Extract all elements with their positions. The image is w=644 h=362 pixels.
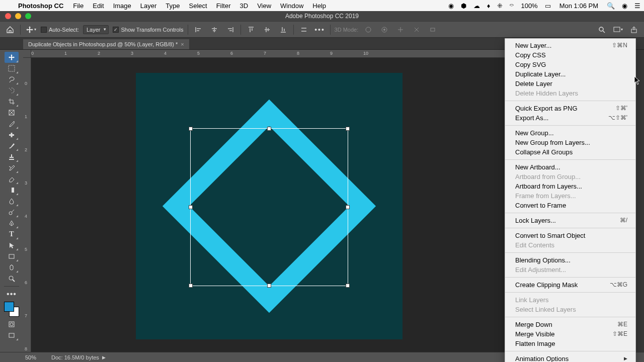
window-maximize[interactable] <box>25 13 31 19</box>
type-tool[interactable]: T <box>5 229 19 240</box>
shape-tool[interactable] <box>5 251 19 262</box>
ctx-flatten[interactable]: Flatten Image <box>505 339 635 348</box>
transform-handle-bm[interactable] <box>267 284 271 288</box>
ctx-copy-svg[interactable]: Copy SVG <box>505 60 635 69</box>
distribute-icon[interactable] <box>298 24 310 36</box>
panel-dock-collapsed[interactable] <box>636 50 644 352</box>
ctx-duplicate-layer[interactable]: Duplicate Layer... <box>505 69 635 79</box>
menu-window[interactable]: Window <box>276 2 308 10</box>
transform-handle-ml[interactable] <box>189 205 193 209</box>
dodge-tool[interactable] <box>5 207 19 218</box>
dropbox-icon[interactable]: ⬢ <box>457 2 470 10</box>
ctx-convert-frame[interactable]: Convert to Frame <box>505 201 635 210</box>
ctx-quick-export[interactable]: Quick Export as PNG⇧⌘' <box>505 104 635 113</box>
healing-tool[interactable] <box>5 129 19 140</box>
stamp-tool[interactable] <box>5 151 19 162</box>
document-tab[interactable]: Duplicate Objects in Photoshop.psd @ 50%… <box>23 39 189 49</box>
ctx-merge-visible[interactable]: Merge Visible⇧⌘E <box>505 329 635 339</box>
brush-tool[interactable] <box>5 140 19 151</box>
marquee-tool[interactable] <box>5 63 19 74</box>
eyedropper-tool[interactable] <box>5 118 19 129</box>
ctx-new-layer[interactable]: New Layer...⇧⌘N <box>505 41 635 50</box>
color-swatches[interactable] <box>4 302 19 317</box>
hand-tool[interactable] <box>5 262 19 273</box>
menu-3d[interactable]: 3D <box>235 2 253 10</box>
move-tool-icon[interactable]: ▾ <box>25 24 37 36</box>
ctx-new-group-layers[interactable]: New Group from Layers... <box>505 138 635 147</box>
ctx-merge-down[interactable]: Merge Down⌘E <box>505 320 635 329</box>
menu-type[interactable]: Type <box>161 2 184 10</box>
blur-tool[interactable] <box>5 196 19 207</box>
screen-mode-icon[interactable]: ▾ <box>612 24 624 36</box>
close-tab-icon[interactable]: × <box>181 41 184 47</box>
menu-help[interactable]: Help <box>308 2 331 10</box>
search-icon[interactable] <box>596 24 608 36</box>
battery-label[interactable]: 100% <box>517 2 541 10</box>
screenmode-tool[interactable] <box>5 330 19 341</box>
crop-tool[interactable] <box>5 96 19 107</box>
battery-icon[interactable]: ▭ <box>541 2 554 10</box>
gradient-tool[interactable] <box>5 185 19 196</box>
lasso-tool[interactable] <box>5 74 19 85</box>
ctx-artboard-layers[interactable]: Artboard from Layers... <box>505 182 635 191</box>
menu-view[interactable]: View <box>253 2 276 10</box>
move-tool[interactable] <box>5 52 19 63</box>
align-left-icon[interactable] <box>192 24 204 36</box>
eraser-tool[interactable] <box>5 173 19 185</box>
pen-tool[interactable] <box>5 218 19 229</box>
edit-toolbar-icon[interactable]: ••• <box>5 289 19 300</box>
transform-handle-tl[interactable] <box>189 127 193 131</box>
menu-edit[interactable]: Edit <box>88 2 108 10</box>
home-button[interactable] <box>4 24 16 36</box>
ctx-blending[interactable]: Blending Options... <box>505 255 635 265</box>
frame-tool[interactable] <box>5 107 19 118</box>
menu-file[interactable]: File <box>68 2 88 10</box>
ctx-copy-css[interactable]: Copy CSS <box>505 50 635 60</box>
align-top-icon[interactable] <box>245 24 257 36</box>
ctx-clipping-mask[interactable]: Create Clipping Mask⌥⌘G <box>505 280 635 290</box>
wifi-icon[interactable]: ⌔ <box>506 2 517 10</box>
show-transform-checkbox[interactable]: ✓Show Transform Controls <box>113 27 183 33</box>
history-brush-tool[interactable] <box>5 162 19 173</box>
app-menu[interactable]: Photoshop CC <box>13 2 68 10</box>
ctx-collapse-groups[interactable]: Collapse All Groups <box>505 147 635 157</box>
transform-handle-br[interactable] <box>346 284 350 288</box>
clock[interactable]: Mon 1:06 PM <box>554 2 603 10</box>
path-select-tool[interactable] <box>5 240 19 251</box>
ruler-origin[interactable] <box>23 50 31 58</box>
transform-handle-tm[interactable] <box>267 127 271 131</box>
ruler-vertical[interactable]: 0 1 2 3 4 5 6 7 8 <box>23 58 31 352</box>
backblaze-icon[interactable]: ♦ <box>484 2 494 10</box>
quickmask-tool[interactable] <box>5 319 19 330</box>
cc-icon[interactable]: ☁ <box>470 2 484 10</box>
doc-info-arrow-icon[interactable]: ▶ <box>102 355 106 360</box>
ctx-new-group[interactable]: New Group... <box>505 128 635 138</box>
transform-bounding-box[interactable] <box>190 128 348 286</box>
window-close[interactable] <box>5 13 11 19</box>
ctx-delete-layer[interactable]: Delete Layer <box>505 79 635 88</box>
siri-icon[interactable]: ◉ <box>618 2 631 10</box>
menu-image[interactable]: Image <box>109 2 136 10</box>
align-right-icon[interactable] <box>224 24 236 36</box>
quick-select-tool[interactable] <box>5 85 19 96</box>
menu-filter[interactable]: Filter <box>212 2 235 10</box>
ctx-export-as[interactable]: Export As...⌥⇧⌘' <box>505 113 635 123</box>
transform-handle-bl[interactable] <box>189 284 193 288</box>
doc-info[interactable]: Doc: 16.5M/0 bytes <box>51 354 99 360</box>
menu-select[interactable]: Select <box>184 2 211 10</box>
ctx-lock-layers[interactable]: Lock Layers...⌘/ <box>505 216 635 225</box>
transform-handle-tr[interactable] <box>346 127 350 131</box>
record-icon[interactable]: ◉ <box>445 2 457 10</box>
align-hcenter-icon[interactable] <box>208 24 220 36</box>
notification-icon[interactable]: ☰ <box>631 2 644 10</box>
align-bottom-icon[interactable] <box>277 24 289 36</box>
window-minimize[interactable] <box>15 13 21 19</box>
bluetooth-icon[interactable]: ⁜ <box>494 2 506 10</box>
share-icon[interactable] <box>628 24 640 36</box>
ctx-animation-options[interactable]: Animation Options <box>505 354 635 362</box>
spotlight-icon[interactable]: 🔍 <box>603 2 618 10</box>
ctx-new-artboard[interactable]: New Artboard... <box>505 162 635 172</box>
menu-layer[interactable]: Layer <box>136 2 162 10</box>
align-vcenter-icon[interactable] <box>261 24 273 36</box>
auto-select-target[interactable]: Layer <box>83 25 109 34</box>
